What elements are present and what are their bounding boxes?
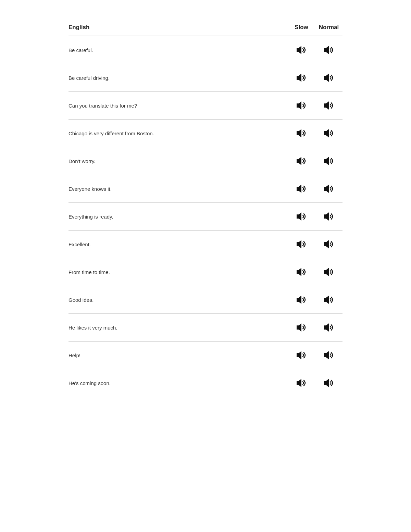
table-row: Good idea. <box>68 286 342 314</box>
svg-marker-0 <box>297 46 301 54</box>
phrase-text: He's coming soon. <box>68 380 288 386</box>
normal-speaker-icon <box>323 44 335 56</box>
slow-speaker-icon <box>295 349 308 361</box>
normal-audio-button[interactable] <box>315 42 342 58</box>
svg-marker-18 <box>297 296 301 304</box>
slow-audio-button[interactable] <box>288 237 315 252</box>
slow-speaker-icon <box>295 266 308 278</box>
normal-speaker-icon <box>323 349 335 361</box>
normal-audio-button[interactable] <box>315 209 342 224</box>
normal-speaker-icon <box>323 321 335 334</box>
normal-speaker-icon <box>323 266 335 278</box>
normal-audio-button[interactable] <box>315 320 342 335</box>
slow-audio-button[interactable] <box>288 320 315 335</box>
normal-speaker-icon <box>323 238 335 250</box>
table-row: He likes it very much. <box>68 314 342 342</box>
slow-speaker-icon <box>295 72 308 84</box>
svg-marker-23 <box>324 351 329 359</box>
svg-marker-14 <box>297 240 301 248</box>
phrase-text: He likes it very much. <box>68 325 288 331</box>
table-row: Excellent. <box>68 231 342 258</box>
normal-audio-button[interactable] <box>315 348 342 363</box>
phrase-text: Help! <box>68 352 288 358</box>
header-english: English <box>68 24 288 31</box>
normal-audio-button[interactable] <box>315 264 342 280</box>
table-row: From time to time. <box>68 258 342 286</box>
table-row: Chicago is very different from Boston. <box>68 120 342 147</box>
svg-marker-4 <box>297 101 301 110</box>
phrase-text: Excellent. <box>68 242 288 247</box>
slow-audio-button[interactable] <box>288 153 315 169</box>
slow-speaker-icon <box>295 99 308 112</box>
slow-audio-button[interactable] <box>288 348 315 363</box>
phrase-text: Everyone knows it. <box>68 186 288 192</box>
table-row: Everyone knows it. <box>68 175 342 203</box>
svg-marker-22 <box>297 351 301 359</box>
normal-speaker-icon <box>323 377 335 389</box>
normal-audio-button[interactable] <box>315 153 342 169</box>
normal-speaker-icon <box>323 294 335 306</box>
table-row: Can you translate this for me? <box>68 92 342 120</box>
normal-audio-button[interactable] <box>315 98 342 113</box>
svg-marker-7 <box>324 129 329 137</box>
svg-marker-10 <box>297 185 301 193</box>
normal-audio-button[interactable] <box>315 375 342 391</box>
table-row: Be careful. <box>68 36 342 64</box>
table-row: Help! <box>68 342 342 369</box>
svg-marker-21 <box>324 323 329 332</box>
slow-audio-button[interactable] <box>288 126 315 141</box>
svg-marker-9 <box>324 157 329 165</box>
slow-audio-button[interactable] <box>288 292 315 307</box>
slow-speaker-icon <box>295 155 308 167</box>
svg-marker-16 <box>297 268 301 276</box>
phrase-text: Chicago is very different from Boston. <box>68 131 288 136</box>
slow-speaker-icon <box>295 127 308 139</box>
svg-marker-3 <box>324 74 329 82</box>
normal-audio-button[interactable] <box>315 292 342 307</box>
table-row: Everything is ready. <box>68 203 342 231</box>
normal-audio-button[interactable] <box>315 126 342 141</box>
normal-audio-button[interactable] <box>315 70 342 85</box>
slow-speaker-icon <box>295 210 308 223</box>
slow-audio-button[interactable] <box>288 209 315 224</box>
slow-speaker-icon <box>295 321 308 334</box>
slow-speaker-icon <box>295 294 308 306</box>
phrase-text: Everything is ready. <box>68 214 288 220</box>
header-slow: Slow <box>288 24 315 31</box>
phrase-text: Can you translate this for me? <box>68 103 288 109</box>
slow-audio-button[interactable] <box>288 98 315 113</box>
normal-audio-button[interactable] <box>315 181 342 196</box>
slow-audio-button[interactable] <box>288 375 315 391</box>
svg-marker-17 <box>324 268 329 276</box>
table-row: Don't worry. <box>68 147 342 175</box>
svg-marker-15 <box>324 240 329 248</box>
slow-speaker-icon <box>295 183 308 195</box>
svg-marker-11 <box>324 185 329 193</box>
table-header: English Slow Normal <box>68 21 342 36</box>
svg-marker-25 <box>324 379 329 387</box>
svg-marker-8 <box>297 157 301 165</box>
slow-audio-button[interactable] <box>288 42 315 58</box>
phrase-text: From time to time. <box>68 269 288 275</box>
phrase-text: Be careful driving. <box>68 75 288 81</box>
phrase-table: English Slow Normal Be careful. Be caref… <box>68 21 342 397</box>
svg-marker-24 <box>297 379 301 387</box>
normal-speaker-icon <box>323 183 335 195</box>
phrase-text: Don't worry. <box>68 158 288 164</box>
normal-speaker-icon <box>323 127 335 139</box>
normal-speaker-icon <box>323 155 335 167</box>
svg-marker-5 <box>324 101 329 110</box>
rows-container: Be careful. Be careful driving. <box>68 36 342 397</box>
table-row: Be careful driving. <box>68 64 342 92</box>
svg-marker-20 <box>297 323 301 332</box>
slow-speaker-icon <box>295 377 308 389</box>
normal-speaker-icon <box>323 72 335 84</box>
slow-speaker-icon <box>295 44 308 56</box>
svg-marker-19 <box>324 296 329 304</box>
phrase-text: Good idea. <box>68 297 288 303</box>
slow-audio-button[interactable] <box>288 70 315 85</box>
normal-audio-button[interactable] <box>315 237 342 252</box>
slow-audio-button[interactable] <box>288 181 315 196</box>
svg-marker-1 <box>324 46 329 54</box>
slow-audio-button[interactable] <box>288 264 315 280</box>
